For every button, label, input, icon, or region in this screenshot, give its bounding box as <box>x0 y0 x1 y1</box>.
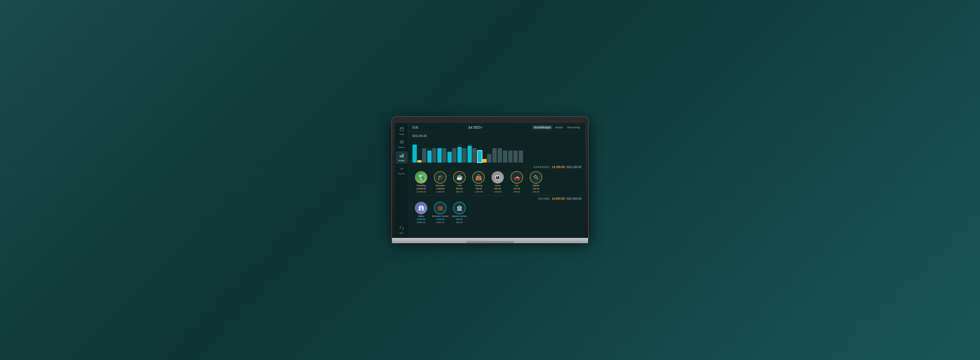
utilities-circle: 🔌 <box>530 171 542 183</box>
sync-icon <box>399 226 404 231</box>
sidebar-item-sync[interactable]: Sync <box>396 224 408 236</box>
toggle-remaining[interactable]: Remaining <box>566 126 581 129</box>
bar-group-11 <box>508 151 512 162</box>
travelling-circle: 🏞️ <box>415 171 427 183</box>
bar-group-2 <box>427 148 436 162</box>
income-header: INCOME 10,000.00 / $10,400.00 <box>412 196 581 202</box>
education-icon: 🎓 <box>437 174 444 180</box>
bar-group-3 <box>438 148 447 162</box>
bar-gray-3 <box>442 148 447 162</box>
business-name: Business income <box>432 215 449 217</box>
home-actual: 650.00 <box>494 187 501 190</box>
category-car[interactable]: 🚗 Car 247.00 200.00 <box>508 171 525 193</box>
expenses-header: EXPENSES 14,355.00 / $15,160.00 <box>409 164 585 170</box>
cafe-budget: 900.00 <box>456 191 463 193</box>
cafe-name: Cafe <box>457 184 461 187</box>
category-education[interactable]: 🎓 Education 1,000.00 1,000.00 <box>432 171 449 193</box>
clothing-icon: 👜 <box>476 174 482 180</box>
salary-actual: 6,000.00 <box>417 218 425 220</box>
car-budget: 200.00 <box>514 191 520 193</box>
expenses-budget-val: $15,160.00 <box>567 166 581 169</box>
utilities-actual: 120.00 <box>533 187 539 190</box>
chart-area: $16,240.00 <box>409 132 585 164</box>
car-actual: 247.00 <box>514 187 520 190</box>
bar-gray-11 <box>508 151 512 162</box>
sidebar-item-balance[interactable]: Balance <box>396 138 408 150</box>
bar-group-4 <box>447 148 457 162</box>
sidebar-today-label: Today <box>399 133 404 135</box>
bar-gray-5 <box>462 148 466 162</box>
salary-name: Salary <box>418 215 424 217</box>
cafe-icon: ☕ <box>456 174 463 180</box>
education-budget: 1,000.00 <box>436 191 444 193</box>
category-clothing[interactable]: 👜 Clothing 738.00 1,400.00 <box>470 171 487 193</box>
expenses-label: EXPENSES <box>534 166 550 169</box>
home-circle: 👨‍👩‍👧 <box>492 171 504 183</box>
bar-group-7[interactable] <box>477 151 492 162</box>
income-values: 10,000.00 / $10,400.00 <box>552 197 581 200</box>
sidebar-budget-label: Budget <box>399 159 404 162</box>
interest-actual: 400.00 <box>456 218 463 220</box>
clothing-name: Clothing <box>474 184 482 187</box>
business-budget: 4,000.00 <box>436 221 444 223</box>
travelling-photo: 🏞️ <box>415 172 427 183</box>
bar-group-8 <box>492 148 497 162</box>
business-circle: 💼 <box>434 202 447 214</box>
home-name: Home <box>495 184 501 187</box>
travelling-actual: 10,800.00 <box>416 187 426 190</box>
category-utilities[interactable]: 🔌 Utilities 120.00 160.00 <box>527 171 544 193</box>
toggle-actual[interactable]: Actual <box>554 126 564 129</box>
car-icon: 🚗 <box>514 174 520 180</box>
category-travelling[interactable]: 🏞️ Travelling 10,800.00 10,000.00 <box>412 171 430 193</box>
laptop-screen-outer: Today Balance Budget <box>392 117 588 238</box>
education-name: Education <box>436 184 445 187</box>
svg-rect-4 <box>400 156 401 157</box>
category-home[interactable]: 👨‍👩‍👧 Home 650.00 1,500.00 <box>489 171 506 193</box>
sidebar-bottom: Sync <box>396 224 408 236</box>
sidebar-item-budget[interactable]: Budget <box>396 151 408 164</box>
edit-label[interactable]: Edit <box>412 126 418 129</box>
sidebar: Today Balance Budget <box>395 123 409 238</box>
utilities-budget: 160.00 <box>533 191 539 193</box>
bar-group-1 <box>412 145 426 162</box>
bar-cyan-6 <box>468 146 472 162</box>
bar-cyan-7 <box>477 151 482 162</box>
reports-icon <box>399 166 404 172</box>
header-date[interactable]: Jul 2023 ▾ <box>468 126 483 129</box>
svg-rect-0 <box>400 127 403 131</box>
sidebar-item-reports[interactable]: Reports <box>396 164 408 177</box>
toggle-actual-budget[interactable]: Actual/Budget <box>533 126 552 129</box>
bar-gray-4 <box>452 148 457 162</box>
income-salary[interactable]: 👔 Salary 6,000.00 6,000.00 <box>412 202 430 223</box>
home-budget: 1,500.00 <box>493 191 502 193</box>
interest-icon: 🏦 <box>457 205 463 211</box>
clothing-actual: 738.00 <box>475 187 482 190</box>
car-name: Car <box>515 184 519 187</box>
chart-top-value: $16,240.00 <box>412 134 581 138</box>
income-budget-sep: / <box>565 197 567 200</box>
bar-gray-2 <box>432 148 436 162</box>
category-cafe[interactable]: ☕ Cafe 800.00 900.00 <box>451 171 468 193</box>
education-actual: 1,000.00 <box>436 187 444 190</box>
interest-budget: 400.00 <box>456 221 463 223</box>
car-circle: 🚗 <box>511 171 523 183</box>
expenses-values: 14,355.00 / $15,160.00 <box>552 166 581 169</box>
home-photo: 👨‍👩‍👧 <box>492 172 503 183</box>
bar-gray-6 <box>472 148 477 162</box>
laptop-camera <box>489 119 491 122</box>
income-interest[interactable]: 🏦 Interest income 400.00 400.00 <box>451 202 468 223</box>
income-business[interactable]: 💼 Business income 3,600.00 4,000.00 <box>432 202 449 223</box>
header: Edit Jul 2023 ▾ Actual/Budget Actual Rem… <box>409 123 585 132</box>
bar-yellow-1 <box>417 160 422 162</box>
header-right: Actual/Budget Actual Remaining <box>533 126 581 129</box>
today-icon <box>399 127 404 132</box>
bar-group-6 <box>468 146 477 162</box>
main-content: Edit Jul 2023 ▾ Actual/Budget Actual Rem… <box>409 123 585 238</box>
bar-group-12 <box>514 151 518 162</box>
travelling-name: Travelling <box>417 184 426 187</box>
budget-icon <box>399 153 404 159</box>
expenses-actual: 14,355.00 <box>552 166 565 169</box>
sidebar-item-today[interactable]: Today <box>396 125 408 137</box>
salary-circle: 👔 <box>415 202 427 214</box>
bar-cyan-3 <box>438 148 442 162</box>
